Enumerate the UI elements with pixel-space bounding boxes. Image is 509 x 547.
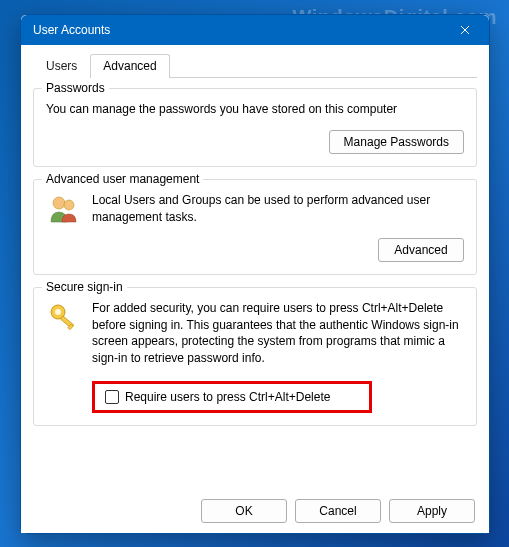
svg-point-5 <box>55 309 61 315</box>
svg-point-3 <box>64 200 74 210</box>
apply-button[interactable]: Apply <box>389 499 475 523</box>
window-body: Users Advanced Passwords You can manage … <box>21 45 489 533</box>
tab-strip: Users Advanced <box>33 53 477 78</box>
require-cad-checkbox[interactable] <box>105 390 119 404</box>
passwords-group: Passwords You can manage the passwords y… <box>33 88 477 167</box>
tab-users[interactable]: Users <box>33 54 90 78</box>
dialog-footer: OK Cancel Apply <box>33 493 477 523</box>
secure-signin-group: Secure sign-in For added security, you c… <box>33 287 477 426</box>
user-accounts-window: User Accounts Users Advanced Passwords Y… <box>20 14 490 534</box>
passwords-legend: Passwords <box>42 81 109 95</box>
window-title: User Accounts <box>33 23 449 37</box>
require-cad-label[interactable]: Require users to press Ctrl+Alt+Delete <box>125 390 330 404</box>
advanced-mgmt-desc: Local Users and Groups can be used to pe… <box>92 192 464 226</box>
passwords-desc: You can manage the passwords you have st… <box>46 101 464 118</box>
manage-passwords-button[interactable]: Manage Passwords <box>329 130 464 154</box>
svg-point-2 <box>53 197 65 209</box>
advanced-mgmt-group: Advanced user management Local Users and… <box>33 179 477 275</box>
cancel-button[interactable]: Cancel <box>295 499 381 523</box>
tab-content: Passwords You can manage the passwords y… <box>33 88 477 493</box>
users-icon <box>46 192 82 226</box>
secure-signin-desc: For added security, you can require user… <box>92 300 464 367</box>
ok-button[interactable]: OK <box>201 499 287 523</box>
close-button[interactable] <box>449 19 481 41</box>
require-cad-highlight: Require users to press Ctrl+Alt+Delete <box>92 381 372 413</box>
close-icon <box>460 25 470 35</box>
advanced-button[interactable]: Advanced <box>378 238 464 262</box>
secure-signin-legend: Secure sign-in <box>42 280 127 294</box>
titlebar[interactable]: User Accounts <box>21 15 489 45</box>
key-icon <box>46 300 82 334</box>
advanced-mgmt-legend: Advanced user management <box>42 172 203 186</box>
tab-advanced[interactable]: Advanced <box>90 54 169 78</box>
